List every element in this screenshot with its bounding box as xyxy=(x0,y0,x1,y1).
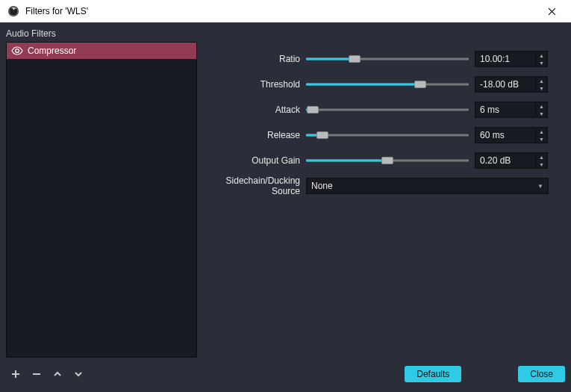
move-up-button[interactable] xyxy=(51,367,64,381)
svg-point-2 xyxy=(16,49,19,53)
output-gain-value-input[interactable]: 0.20 dB ▲▼ xyxy=(475,152,548,169)
filter-item-label: Compressor xyxy=(28,46,76,56)
obs-logo-icon xyxy=(7,5,19,17)
stepper-down-icon[interactable]: ▼ xyxy=(536,161,547,168)
stepper-down-icon[interactable]: ▼ xyxy=(536,135,547,143)
sidechain-dropdown[interactable]: None ▼ xyxy=(306,178,549,194)
window-close-button[interactable] xyxy=(537,0,567,22)
stepper-down-icon[interactable]: ▼ xyxy=(536,59,547,66)
sidechain-label: Sidechain/Ducking Source xyxy=(205,175,300,196)
release-label: Release xyxy=(205,130,300,140)
release-slider[interactable] xyxy=(306,128,469,142)
attack-label: Attack xyxy=(205,105,300,115)
threshold-value-input[interactable]: -18.00 dB ▲▼ xyxy=(475,76,548,93)
ratio-value-input[interactable]: 10.00:1 ▲▼ xyxy=(475,51,548,67)
output-gain-label: Output Gain xyxy=(205,155,300,166)
visibility-icon[interactable] xyxy=(11,45,23,57)
remove-filter-button[interactable] xyxy=(30,367,43,381)
window-title: Filters for 'WLS' xyxy=(25,6,537,16)
release-value-input[interactable]: 60 ms ▲▼ xyxy=(475,127,548,143)
attack-value-input[interactable]: 6 ms ▲▼ xyxy=(475,102,548,118)
stepper-up-icon[interactable]: ▲ xyxy=(536,52,547,59)
stepper-up-icon[interactable]: ▲ xyxy=(536,77,547,84)
parameters-panel: Ratio 10.00:1 ▲▼ Threshold xyxy=(205,42,565,358)
stepper-up-icon[interactable]: ▲ xyxy=(536,153,547,161)
ratio-slider[interactable] xyxy=(306,52,469,66)
defaults-button[interactable]: Defaults xyxy=(405,366,461,382)
titlebar: Filters for 'WLS' xyxy=(0,0,571,22)
close-button[interactable]: Close xyxy=(518,366,565,382)
stepper-up-icon[interactable]: ▲ xyxy=(536,128,547,135)
filter-list[interactable]: Compressor xyxy=(6,42,197,358)
chevron-down-icon: ▼ xyxy=(537,183,543,190)
audio-filters-label: Audio Filters xyxy=(6,28,565,39)
attack-slider[interactable] xyxy=(306,103,469,116)
add-filter-button[interactable] xyxy=(9,367,22,381)
stepper-down-icon[interactable]: ▼ xyxy=(536,84,547,92)
stepper-down-icon[interactable]: ▼ xyxy=(536,110,547,117)
stepper-up-icon[interactable]: ▲ xyxy=(536,102,547,110)
ratio-label: Ratio xyxy=(205,54,300,64)
move-down-button[interactable] xyxy=(72,367,85,381)
filter-list-tools xyxy=(6,367,85,381)
threshold-slider[interactable] xyxy=(306,78,469,91)
filter-item-compressor[interactable]: Compressor xyxy=(7,43,196,59)
output-gain-slider[interactable] xyxy=(306,154,469,167)
threshold-label: Threshold xyxy=(205,79,300,90)
